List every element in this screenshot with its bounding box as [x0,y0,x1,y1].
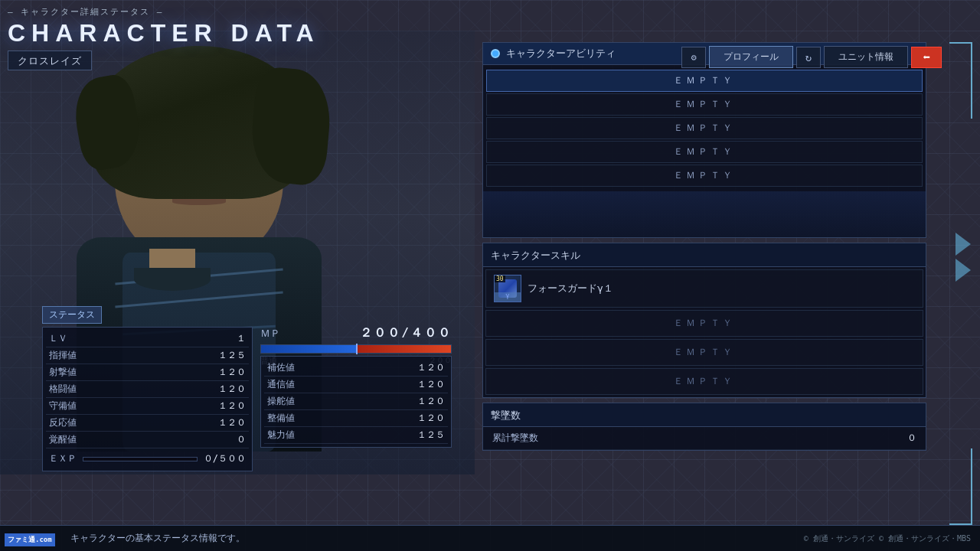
stat-value-melee: １２０ [215,383,246,396]
ability-section: キャラクターアビリティ ＥＭＰＴＹ ＥＭＰＴＹ ＥＭＰＴＹ ＥＭＰＴＹ ＥＭＰＴ… [482,42,926,238]
return-icon: ⬅ [923,50,930,64]
options-icon-button[interactable]: ⚙ [681,47,706,68]
corner-br-decoration [949,448,972,525]
skill-item-2[interactable]: ＥＭＰＴＹ [485,310,923,337]
ability-item-4[interactable]: ＥＭＰＴＹ [486,141,923,163]
mp-bar [260,344,452,354]
status-row-command: 指揮値 １２５ [46,347,249,364]
stat-name-defense: 守備値 [49,399,87,412]
right-arrows [956,230,971,285]
stat-name-comms: 通信値 [267,378,305,391]
mp-label: ＭＰ [260,327,280,341]
exp-value: ０/５００ [204,452,246,465]
stat-value-lv: １ [215,332,246,345]
stat-name-shoot: 射撃値 [49,366,87,379]
header-subtitle: ― キャラクター詳細ステータス ― [8,6,320,18]
stat-value-repair: １２０ [414,412,445,425]
status-row-repair: 整備値 １２０ [264,410,448,427]
ability-item-1[interactable]: ＥＭＰＴＹ [486,70,923,92]
refresh-icon: ↻ [805,51,812,64]
header: ― キャラクター詳細ステータス ― CHARACTER DATA クロスレイズ [8,6,320,70]
stat-value-charm: １２５ [414,429,445,442]
profile-button[interactable]: プロフィール [709,46,793,68]
ability-item-2[interactable]: ＥＭＰＴＹ [486,93,923,116]
stat-name-charm: 魅力値 [267,429,305,442]
stat-value-comms: １２０ [414,378,445,391]
mp-value: ２００/４００ [360,325,452,341]
skill-item-1[interactable]: 30 γ フォースガードγ１ [485,269,923,308]
stat-value-support: １２０ [414,361,445,374]
stat-value-awakening: ０ [215,433,246,446]
mp-header: ＭＰ ２００/４００ [260,325,452,341]
stat-name-command: 指揮値 [49,349,87,362]
status-row-comms: 通信値 １２０ [264,377,448,393]
ability-list: ＥＭＰＴＹ ＥＭＰＴＹ ＥＭＰＴＹ ＥＭＰＴＹ ＥＭＰＴＹ [483,65,926,191]
ability-dot [491,49,500,58]
options-icon: ⚙ [691,52,696,63]
ability-item-5[interactable]: ＥＭＰＴＹ [486,165,923,187]
kill-title: 撃墜数 [491,409,521,421]
skill-item-3[interactable]: ＥＭＰＴＹ [485,339,923,366]
stat-name-helm: 操舵値 [267,395,305,408]
stat-value-shoot: １２０ [215,366,246,379]
character-name: クロスレイズ [18,55,82,67]
stat-value-defense: １２０ [215,399,246,412]
stat-name-melee: 格闘値 [49,383,87,396]
exp-row: ＥＸＰ ０/５００ [46,450,249,468]
status-row-charm: 魅力値 １２５ [264,427,448,444]
char-collar [134,268,211,291]
stat-value-reaction: １２０ [215,416,246,429]
exp-bar-container [83,457,198,461]
kill-label-1: 累計撃墜数 [492,432,538,445]
stat-name-reaction: 反応値 [49,416,87,429]
kill-header: 撃墜数 [483,403,926,427]
stat-name-lv: ＬＶ [49,332,87,345]
ability-item-3[interactable]: ＥＭＰＴＹ [486,117,923,139]
skill-icon-1: 30 γ [494,275,521,302]
kill-row-1: 累計撃墜数 ０ [483,427,926,450]
status-row-helm: 操舵値 １２０ [264,393,448,410]
stat-value-helm: １２０ [414,395,445,408]
status-row-lv: ＬＶ １ [46,331,249,347]
right-panel: キャラクターアビリティ ＥＭＰＴＹ ＥＭＰＴＹ ＥＭＰＴＹ ＥＭＰＴＹ ＥＭＰＴ… [482,42,926,501]
stat-name-repair: 整備値 [267,412,305,425]
refresh-button[interactable]: ↻ [796,47,821,68]
ability-title: キャラクターアビリティ [506,47,616,60]
exp-label: ＥＸＰ [49,452,77,465]
stat-name-awakening: 覚醒値 [49,433,87,446]
skill-level-1: 30 [495,276,505,282]
status-bar: ファミ通.com キャラクターの基本ステータス情報です。 © 創通・サンライズ … [0,525,980,551]
top-nav: ⚙ プロフィール ↻ ユニット情報 ⬅ [681,46,942,68]
status-label: ステータス [42,306,102,324]
stat-value-command: １２５ [215,349,246,362]
kill-value-1: ０ [907,432,916,445]
stats-right: 補佐値 １２０ 通信値 １２０ 操舵値 １２０ 整備値 １２０ 魅力値 １２５ [260,356,452,448]
mp-bar-marker [356,344,358,354]
status-row-defense: 守備値 １２０ [46,398,249,415]
famitsu-logo: ファミ通.com [5,533,55,546]
skill-title: キャラクタースキル [491,249,580,261]
unit-info-button[interactable]: ユニット情報 [824,46,908,68]
status-row-reaction: 反応値 １２０ [46,415,249,432]
status-row-support: 補佐値 １２０ [264,360,448,377]
header-title: CHARACTER DATA [8,19,320,47]
return-button[interactable]: ⬅ [911,47,942,68]
kill-section: 撃墜数 累計撃墜数 ０ [482,403,926,451]
arrow-right-1 [956,233,971,256]
skill-item-4[interactable]: ＥＭＰＴＹ [485,368,923,395]
copyright-text: © 創通・サンライズ © 創通・サンライズ・MBS [804,533,971,544]
status-row-melee: 格闘値 １２０ [46,381,249,398]
skill-section: キャラクタースキル 30 γ フォースガードγ１ ＥＭＰＴＹ ＥＭＰＴＹ ＥＭＰ… [482,243,926,398]
status-bar-text: キャラクターの基本ステータス情報です。 [70,532,245,545]
skill-header: キャラクタースキル [483,243,926,267]
status-row-shoot: 射撃値 １２０ [46,364,249,381]
arrow-right-2 [956,259,971,282]
skill-name-1: フォースガードγ１ [528,282,613,295]
status-row-awakening: 覚醒値 ０ [46,432,249,448]
stat-name-support: 補佐値 [267,361,305,374]
mp-bar-red [356,345,451,353]
corner-tr-decoration [949,42,972,119]
ability-empty-area [483,191,926,237]
header-name-bar: クロスレイズ [8,51,92,70]
mp-bar-blue [261,345,356,353]
